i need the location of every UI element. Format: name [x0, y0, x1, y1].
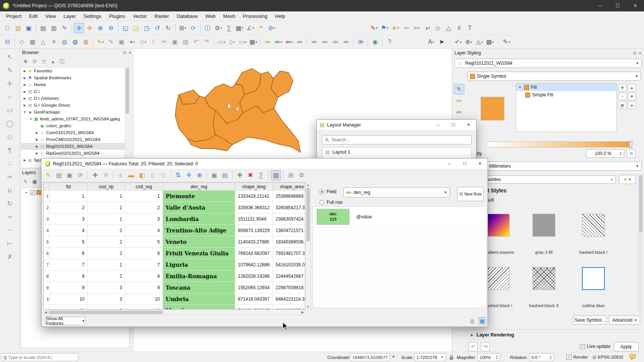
annotation-tool[interactable]: ¶: [5, 145, 15, 155]
new-map-view[interactable]: ⊞▾: [177, 23, 188, 33]
zoom-to-layer[interactable]: ◳: [142, 23, 152, 33]
browser-item-reg01012021-wgs84[interactable]: ▶◇Reg01012021_WGS84: [21, 143, 129, 150]
table-row[interactable]: 6626Friuli Venezia Giulia769243.68209779…: [44, 248, 306, 259]
python-console[interactable]: ≫: [355, 37, 366, 47]
opacity-spinbox[interactable]: 100.0 % ▲▼: [586, 149, 624, 158]
menu-database[interactable]: Database: [173, 12, 202, 21]
filter-browser[interactable]: ▽: [40, 57, 48, 66]
attribute-table[interactable]: fidcod_ripcod_regden_regshape_lengshape_…: [43, 182, 305, 309]
cell-shape-area[interactable]: 18345369036.8: [273, 236, 306, 248]
search-tool[interactable]: ⊘▾: [266, 23, 277, 33]
row-number-cell[interactable]: 8: [44, 271, 49, 282]
undo[interactable]: ↶: [191, 37, 201, 47]
row-number-cell[interactable]: 9: [44, 282, 49, 293]
close-button[interactable]: ✕: [472, 159, 488, 169]
close-button[interactable]: ✕: [626, 0, 644, 11]
collapse-all[interactable]: ▴: [49, 57, 57, 66]
styling-layer-select[interactable]: ◇ Reg01012021_WGS84 ▼: [454, 59, 642, 68]
change-label-properties[interactable]: abc: [330, 37, 341, 47]
table-row[interactable]: 3313Lombardia1511131.904923863097424.2: [44, 213, 306, 225]
add-selected-layers[interactable]: ✚: [21, 57, 30, 66]
move-feature-tool[interactable]: ✛: [5, 78, 15, 89]
rule-row[interactable]: abc 123 @value: [313, 207, 486, 227]
cell-shape-leng[interactable]: 1333428.21141: [235, 191, 273, 202]
full-row-radio-row[interactable]: Full row: [319, 200, 343, 205]
locate-input[interactable]: [8, 355, 76, 360]
label-toolbar-more[interactable]: abc: [341, 37, 351, 47]
column-header-den-reg[interactable]: den_reg: [163, 183, 235, 191]
refresh-map[interactable]: ⟳: [188, 23, 198, 33]
cell-den-reg[interactable]: Veneto: [163, 236, 235, 248]
cell-shape-leng[interactable]: 325836.368312: [235, 202, 273, 213]
save-symbol-button[interactable]: Save Symbol...: [573, 316, 607, 325]
toggle-editing-mode[interactable]: ✎: [43, 170, 53, 180]
cell-shape-area[interactable]: 9401183265.4: [273, 305, 306, 310]
add-postgis-layer[interactable]: ◍: [70, 37, 80, 47]
cell-fid[interactable]: 10: [49, 293, 88, 305]
symbology-tab[interactable]: ✎: [454, 84, 464, 95]
advanced-button[interactable]: Advanced▼: [609, 316, 640, 325]
pin-unpin-labels[interactable]: abc▾: [284, 37, 294, 47]
layout-manager-titlebar[interactable]: ▤ Layout Manager ─ ☐ ✕: [317, 120, 476, 130]
expander-icon[interactable]: ▶: [35, 145, 39, 148]
new-print-layout[interactable]: ▤: [38, 23, 48, 33]
cell-cod-rip[interactable]: 2: [88, 225, 125, 236]
new-project[interactable]: □: [2, 23, 13, 33]
undock-panel-icon[interactable]: ⊡: [633, 51, 636, 55]
cell-shape-area[interactable]: 22444542687.3: [273, 271, 306, 282]
open-project[interactable]: ▨: [13, 23, 23, 33]
layout-list-item[interactable]: ▤ Layout 1: [322, 147, 471, 157]
show-layout-manager[interactable]: ▥: [49, 23, 59, 33]
symbol-tree-fill-row[interactable]: ▼ Fill: [516, 83, 616, 91]
cell-den-reg[interactable]: Toscana: [163, 282, 235, 293]
trim-extend-tool[interactable]: ⊢: [5, 239, 15, 249]
row-number-cell[interactable]: 4: [44, 225, 49, 236]
duplicate-symbol-layer-button[interactable]: ▣: [618, 101, 626, 109]
crs-status[interactable]: ◍ EPSG:32632: [592, 354, 623, 360]
layer-diagram-options[interactable]: abc▾: [273, 37, 284, 47]
expander-icon[interactable]: ▼: [22, 111, 27, 114]
table-horizontal-scrollbar[interactable]: ◀ ▶: [43, 309, 305, 315]
map-tips[interactable]: ❝: [256, 23, 266, 33]
cell-shape-area[interactable]: 13604721571.5: [273, 225, 306, 236]
delete-selected-features[interactable]: ✖: [101, 170, 111, 180]
layout-search-input[interactable]: [332, 137, 469, 143]
cell-fid[interactable]: 8: [49, 271, 88, 282]
symbol-tree-simple-fill-row[interactable]: Simple Fill: [516, 91, 616, 99]
column-header-shape-area[interactable]: shape_area: [273, 183, 306, 191]
slider-handle[interactable]: [629, 141, 632, 148]
cell-shape-leng[interactable]: 1282028.19266: [235, 271, 273, 282]
select-by-expression[interactable]: ε: [116, 170, 126, 180]
expander-icon[interactable]: ▶: [35, 138, 39, 141]
column-header-shape-leng[interactable]: shape_leng: [235, 183, 273, 191]
menu-edit[interactable]: Edit: [25, 12, 41, 21]
table-row[interactable]: 5525Veneto1140433.2788518345369036.8: [44, 236, 306, 248]
table-row[interactable]: 7717Liguria1079642.128865416152035.01: [44, 259, 306, 271]
browser-item-g-google-drive[interactable]: ▶▤G:\ (Google Drive): [21, 102, 129, 109]
minimize-button[interactable]: ─: [442, 159, 457, 169]
cell-cod-reg[interactable]: 3: [125, 213, 163, 225]
redo[interactable]: ↷: [202, 37, 212, 47]
dock-attribute-table[interactable]: ⊞: [286, 170, 296, 180]
cell-fid[interactable]: 6: [49, 248, 88, 259]
pointer-tool[interactable]: ➤: [437, 37, 447, 47]
cell-den-reg[interactable]: Piemonte: [163, 191, 235, 202]
add-symbol-layer-button[interactable]: ✚: [618, 84, 626, 91]
advanced-digitizing[interactable]: △: [443, 23, 454, 33]
attribute-table-titlebar[interactable]: Q Reg01012021_WGS84 — Features Total: 20…: [41, 159, 488, 169]
row-number-cell[interactable]: 3: [44, 213, 49, 225]
menu-plugins[interactable]: Plugins: [105, 12, 129, 21]
cell-cod-reg[interactable]: 1: [125, 191, 163, 202]
unit-select[interactable]: Millimeters ▼: [486, 162, 642, 171]
menu-processing[interactable]: Processing: [239, 12, 271, 21]
deselect-all-layers[interactable]: ▭▾: [238, 37, 248, 47]
move-label[interactable]: abc: [309, 37, 319, 47]
zoom-map-to-selected[interactable]: ⊕: [194, 170, 204, 180]
delete-selected[interactable]: ✗: [148, 37, 159, 47]
layer-visibility-checkbox[interactable]: ✓: [30, 190, 35, 195]
add-group[interactable]: ▣: [30, 177, 39, 186]
field-radio-row[interactable]: Field: [319, 189, 336, 194]
style-manager[interactable]: ✎: [59, 23, 70, 33]
cell-den-reg[interactable]: Marche: [163, 305, 235, 310]
add-spatialite-layer[interactable]: ◍: [59, 37, 70, 47]
